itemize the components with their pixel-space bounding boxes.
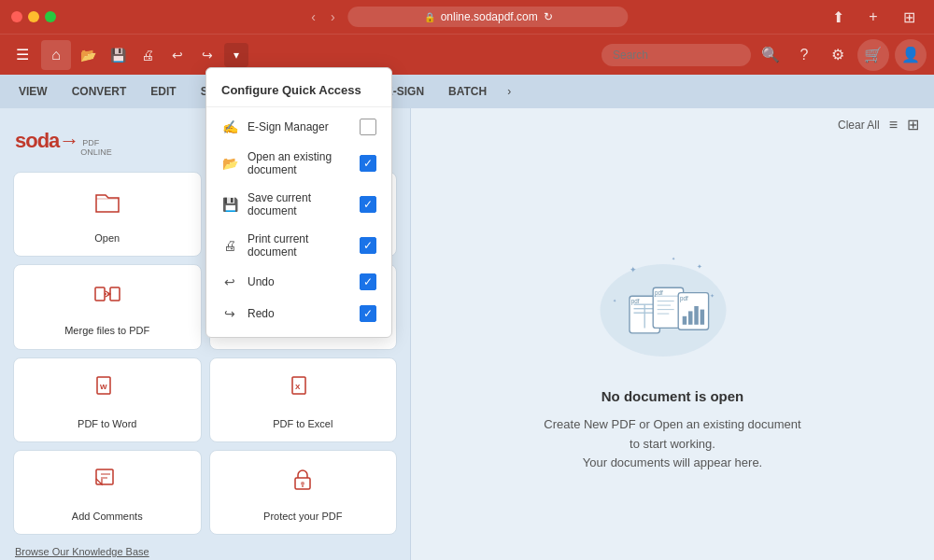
nav-edit[interactable]: EDIT [139,79,187,104]
svg-text:✦: ✦ [697,261,702,270]
pdf-excel-icon: X [288,373,318,410]
traffic-lights [11,11,56,22]
open-label: Open [94,231,120,245]
merge-icon [92,280,122,316]
list-view-button[interactable]: ≡ [889,117,898,133]
nav-bar: VIEW CONVERT EDIT SECURE FORMS OCR E-SIG… [0,75,934,108]
esign-checkbox[interactable] [360,119,376,135]
save-icon: 💾 [221,197,238,212]
dropdown-open[interactable]: 📂 Open an existing document ✓ [206,143,391,184]
svg-text:W: W [100,383,107,391]
save-checkbox[interactable]: ✓ [360,196,376,213]
search-input[interactable] [601,44,751,66]
esign-icon: ✍ [221,119,238,134]
nav-convert[interactable]: CONVERT [61,79,138,104]
svg-text:✦: ✦ [710,292,715,299]
redo-button[interactable]: ↪ [194,42,220,68]
no-document-area: ✦ ✦ ✦ ✦ ✦ pdf pdf [411,141,934,560]
svg-rect-29 [694,306,699,325]
nav-batch[interactable]: BATCH [437,79,498,104]
redo-checkbox[interactable]: ✓ [360,305,376,322]
svg-rect-1 [95,287,105,301]
grid-view-button[interactable]: ⊞ [907,116,919,133]
tool-open[interactable]: Open [13,172,202,257]
menu-button[interactable]: ☰ [7,40,37,70]
logo-online-text: ONLINE [80,147,112,157]
title-bar-right: ⬆ + ⊞ [824,3,923,31]
right-panel: Clear All ≡ ⊞ ✦ ✦ ✦ ✦ ✦ [411,108,934,560]
search-button[interactable]: 🔍 [757,41,785,69]
knowledge-base-link[interactable]: Browse Our Knowledge Base [9,539,401,560]
svg-text:X: X [295,383,301,391]
dropdown-save[interactable]: 💾 Save current document ✓ [206,184,391,225]
reload-icon[interactable]: ↻ [544,10,553,23]
help-button[interactable]: ? [790,41,818,69]
print-icon: 🖨 [221,238,238,253]
svg-text:pdf: pdf [680,294,688,301]
nav-view[interactable]: VIEW [7,79,59,104]
logo-soda-text: soda→ [15,129,78,153]
browser-nav: ‹ › [305,7,340,26]
file-open-button[interactable]: 📂 [75,42,101,68]
tool-pdf-word[interactable]: W PDF to Word [13,357,202,442]
svg-rect-28 [688,311,693,324]
back-button[interactable]: ‹ [305,7,321,26]
quick-access-dropdown: Configure Quick Access ✍ E-Sign Manager … [205,67,392,338]
add-tab-button[interactable]: + [859,3,887,31]
home-button[interactable]: ⌂ [41,40,71,70]
svg-text:pdf: pdf [631,298,640,305]
open-icon [92,188,122,224]
dropdown-esign[interactable]: ✍ E-Sign Manager [206,111,391,143]
svg-text:✦: ✦ [613,297,616,302]
tool-protect[interactable]: Protect your PDF [209,450,398,535]
tool-merge[interactable]: Merge files to PDF [13,264,202,349]
svg-rect-2 [110,287,120,301]
minimize-button[interactable] [28,11,39,22]
grid-button[interactable]: ⊞ [895,3,923,31]
close-button[interactable] [11,11,22,22]
share-button[interactable]: ⬆ [824,3,852,31]
url-bar[interactable]: 🔒 online.sodapdf.com ↻ [348,7,629,27]
tool-comments[interactable]: Add Comments [13,450,202,535]
cart-button[interactable]: 🛒 [857,39,889,71]
protect-label: Protect your PDF [263,510,342,523]
clear-all-button[interactable]: Clear All [838,119,880,132]
document-illustration: ✦ ✦ ✦ ✦ ✦ pdf pdf [579,228,766,377]
no-doc-title: No document is open [601,388,744,404]
merge-label: Merge files to PDF [64,324,149,337]
redo-icon: ↪ [221,306,238,321]
user-button[interactable]: 👤 [895,39,927,71]
undo-button[interactable]: ↩ [164,42,191,68]
undo-label: Undo [248,275,350,288]
no-doc-subtitle: Create New PDF or Open an existing docum… [544,415,800,473]
print-checkbox[interactable]: ✓ [360,237,376,254]
right-toolbar: Clear All ≡ ⊞ [411,108,934,141]
undo-checkbox[interactable]: ✓ [360,273,376,290]
open-doc-icon: 📂 [221,156,238,171]
dropdown-print[interactable]: 🖨 Print current document ✓ [206,225,391,266]
redo-label: Redo [248,307,350,320]
svg-rect-8 [96,469,113,484]
lock-icon: 🔒 [424,12,435,22]
open-doc-checkbox[interactable]: ✓ [360,155,376,172]
esign-label: E-Sign Manager [248,120,350,133]
nav-more-button[interactable]: › [500,79,518,104]
forward-button[interactable]: › [325,7,341,26]
protect-icon [288,466,318,502]
main-content: soda→ PDF ONLINE Open [0,108,934,560]
quick-access-dropdown-button[interactable]: ▾ [224,43,248,67]
dropdown-redo[interactable]: ↪ Redo ✓ [206,298,391,329]
print-button[interactable]: 🖨 [134,42,161,68]
svg-rect-27 [683,316,687,325]
dropdown-undo[interactable]: ↩ Undo ✓ [206,266,391,298]
toolbar-right: 🔍 ? ⚙ 🛒 👤 [601,39,927,71]
tool-pdf-excel[interactable]: X PDF to Excel [209,357,398,442]
settings-button[interactable]: ⚙ [824,41,852,69]
toolbar: ☰ ⌂ 📂 💾 🖨 ↩ ↪ ▾ 🔍 ? ⚙ 🛒 👤 [0,34,934,75]
comments-label: Add Comments [72,510,143,523]
maximize-button[interactable] [45,11,56,22]
save-button[interactable]: 💾 [105,42,131,68]
save-label: Save current document [248,191,350,217]
url-text: online.sodapdf.com [441,10,538,23]
print-label: Print current document [248,232,350,259]
